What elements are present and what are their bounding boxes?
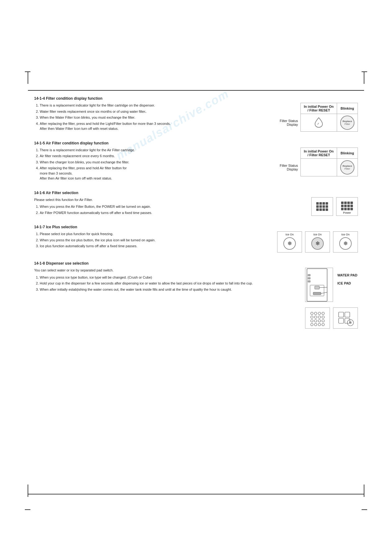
list-item: After replacing the filter, press and ho… [40,166,270,181]
list-item: There is a replacement indicator light f… [40,148,270,153]
ice-on-box-1: Ice On ❅ [277,231,302,252]
section-14-1-5-title: 14-1-5 Air Filter condition display func… [34,141,358,145]
grid-cell [316,202,319,205]
ice-on-box-3: Ice On ❅ [333,231,358,252]
section-14-1-6-list: When you press the Air Filter Button, th… [34,204,305,215]
grid-cell [319,202,322,205]
svg-point-16 [318,316,321,318]
grid-icon-inner [316,202,328,211]
section-14-1-6-text: Please select this function for Air Filt… [34,197,305,216]
section-14-1-4: 14-1-4 Filter condition display function… [34,96,358,132]
section-14-1-8-desc: You can select water or ice by separated… [34,268,299,273]
svg-rect-27 [345,312,350,317]
svg-point-17 [322,316,324,318]
svg-line-5 [319,287,327,288]
water-pad-icon-box [305,307,330,329]
grid-cell [350,205,353,207]
svg-point-25 [322,323,324,326]
table-header-col1: In initial Power On/ Filter RESET [301,103,337,114]
section-14-1-8-text: You can select water or ice by separated… [34,268,299,329]
air-filter-grid-icon-1 [311,197,333,216]
list-item: When you press the Air Filter Button, th… [40,204,305,209]
list-item: Please select ice plus function for quic… [40,231,271,237]
section-14-1-4-title: 14-1-4 Filter condition display function [34,96,358,101]
vert-line-top-left [28,71,28,84]
ice-pad-icon-box: ❄ [333,307,358,329]
section-14-1-8-diagram: WATER PAD ICE PAD [305,268,358,329]
svg-point-18 [311,320,313,322]
page: manualsarchive.com 14-1-4 Filter conditi… [0,0,392,555]
list-item: When after initially estab|ishing the wa… [40,287,299,292]
air-filter-empty-icon [304,161,316,174]
svg-rect-28 [339,318,344,323]
dispenser-svg [305,268,333,302]
grid-cell [344,208,347,210]
section-14-1-7-text: Please select ice plus function for quic… [34,231,271,252]
svg-point-19 [314,320,317,322]
ice-circle-2: ❄ [311,237,324,250]
section-14-1-8-body: You can select water or ice by separated… [34,268,358,329]
svg-line-0 [318,123,319,125]
air-table-header-col2: Blinking [337,148,358,158]
svg-point-13 [322,312,324,315]
grid-cell [319,205,322,208]
ice-on-box-2: Ice On ❄ [305,231,330,252]
ice-on-label-2: Ice On [313,233,322,236]
section-14-1-5-list: There is a replacement indicator light f… [34,148,270,181]
content-area: 14-1-4 Filter condition display function… [34,96,358,337]
section-14-1-7: 14-1-7 Ice Plus selection Please select … [34,225,358,252]
ice-plus-icon-row: Ice On ❅ Ice On ❄ [277,231,358,252]
grid-cell [350,208,353,210]
section-14-1-8-list: When you press ice type button, ice type… [34,275,299,292]
svg-point-24 [318,323,321,326]
section-14-1-7-body: Please select ice plus function for quic… [34,231,358,252]
grid-cell [347,205,350,207]
air-table-cell-initial [301,158,337,176]
snowflake-icon-2: ❄ [315,240,320,247]
grid-cell [319,208,322,211]
grid-cell [322,205,325,208]
margin-mark-bottom-left [25,509,30,510]
section-14-1-6-desc: Please select this function for Air Filt… [34,197,305,202]
section-14-1-4-diagram: In initial Power On/ Filter RESET Blinki… [277,103,358,132]
svg-point-11 [314,312,317,315]
grid-cell [322,208,325,211]
section-14-1-4-text: There is a replacement indicator light f… [34,103,270,132]
water-ice-label-group: WATER PAD ICE PAD [337,268,357,285]
grid-cell [341,205,344,207]
svg-point-10 [311,312,313,315]
svg-point-14 [311,316,313,318]
list-item: Ice plus function automatically turns of… [40,243,271,249]
filter-status-table: In initial Power On/ Filter RESET Blinki… [277,103,358,132]
pad-icon-row: ❄ [305,307,358,329]
svg-rect-4 [315,286,319,289]
section-14-1-5: 14-1-5 Air Filter condition display func… [34,141,358,182]
bottom-rule [28,494,364,494]
section-14-1-5-body: There is a replacement indicator light f… [34,148,358,182]
table-cell-blinking: Replace Filter [337,114,358,132]
water-pad-svg [308,310,327,327]
svg-rect-7 [308,274,310,276]
svg-point-15 [314,316,317,318]
section-14-1-6-title: 14-1-6 Air Filter selection [34,191,358,195]
section-14-1-6-diagram: Power [311,197,358,216]
margin-mark-top-right [362,71,367,72]
grid-cell [322,202,325,205]
svg-point-21 [322,320,324,322]
section-14-1-4-list: There is a replacement indicator light f… [34,103,270,131]
snowflake-icon-1: ❅ [287,240,292,247]
grid-cell [347,208,350,210]
dispenser-image [305,268,333,302]
vert-line-bottom-right [364,484,364,497]
list-item: When you press ice type button, ice type… [40,275,299,280]
air-table-label-filter-status: Filter StatusDisplay [277,158,300,176]
section-14-1-4-body: There is a replacement indicator light f… [34,103,358,132]
grid-cell [326,205,328,208]
ice-circle-3: ❅ [339,237,352,250]
air-filter-grid-icon-2: Power [336,197,358,216]
top-rule [28,90,364,91]
section-14-1-8: 14-1-8 Dispenser use selection You can s… [34,261,358,329]
svg-rect-8 [308,277,310,279]
grid-cell [344,202,347,204]
ice-on-label-1: Ice On [286,233,294,236]
